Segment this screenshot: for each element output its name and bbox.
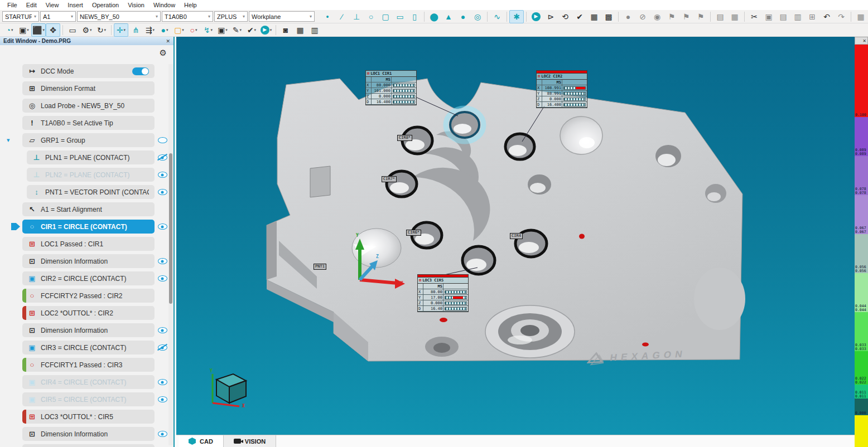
- pan-view-button[interactable]: ✥: [46, 23, 60, 37]
- analysis-view-button[interactable]: ↯▾: [201, 23, 215, 37]
- torus-feature-button[interactable]: ◎: [470, 10, 485, 23]
- command-pill-dimension-format[interactable]: ⊞Dimension Format: [22, 81, 155, 95]
- surface-mode-button[interactable]: ●▾: [157, 23, 172, 37]
- command-pill-pln2[interactable]: ⊥PLN2 = PLANE (CONTACT): [27, 168, 155, 182]
- sidebar-item-loc3[interactable]: ⊞LOC3 *OUTTOL* : CIR5: [22, 410, 173, 424]
- sidebar-item-cir4[interactable]: ▣CIR4 = CIRCLE (CONTACT): [22, 375, 173, 389]
- chevron-down-icon[interactable]: ▾: [310, 14, 312, 19]
- menu-window[interactable]: Window: [150, 1, 179, 9]
- visibility-ring-icon[interactable]: [158, 137, 167, 143]
- tab-vision[interactable]: VISION: [223, 435, 276, 447]
- chevron-down-icon[interactable]: ▾: [166, 28, 168, 32]
- measurement-label-loc2-cir2[interactable]: ⊞LOC2 CIR2MSX108.991Y88.991Z0.000D16.400: [536, 70, 587, 108]
- tab-cad[interactable]: CAD: [179, 435, 223, 447]
- eye-slash-icon[interactable]: [158, 344, 167, 351]
- chevron-down-icon[interactable]: ▾: [153, 28, 155, 32]
- menu-file[interactable]: File: [3, 1, 21, 9]
- command-pill-cir1[interactable]: ○CIR1 = CIRCLE (CONTACT): [22, 220, 155, 234]
- sidebar-item-a1-alignment[interactable]: ↖A1 = Start Alignment: [22, 202, 173, 216]
- chevron-down-icon[interactable]: ▾: [211, 28, 213, 32]
- sidebar-item-dim-info-3[interactable]: ⊡Dimension Information: [22, 427, 173, 441]
- sidebar-item-cir5[interactable]: ▣CIR5 = CIRCLE (CONTACT): [22, 392, 173, 406]
- plane-feature-button[interactable]: ⊥: [349, 10, 364, 23]
- tolerance-circle-button[interactable]: ○▾: [186, 23, 201, 37]
- eye-icon[interactable]: [158, 431, 167, 437]
- sphere-feature-button[interactable]: ●: [456, 10, 470, 23]
- command-pill-load-probe[interactable]: ◎Load Probe - NEW5_BY_50: [22, 99, 155, 113]
- sidebar-item-fcfcirty2[interactable]: ○FCFCIRTY2 Passed : CIR2: [22, 289, 173, 303]
- sidebar-item-dim-info-2[interactable]: ⊡Dimension Information: [22, 323, 173, 337]
- bookmark-button[interactable]: ⚑: [664, 10, 679, 23]
- command-pill-dcc-mode[interactable]: ↦DCC Mode: [22, 64, 155, 78]
- menu-view[interactable]: View: [42, 1, 63, 9]
- sidebar-scrollbar[interactable]: [168, 64, 173, 445]
- round-slot-feature-button[interactable]: ▢: [378, 10, 393, 23]
- chevron-down-icon[interactable]: ▾: [208, 14, 210, 19]
- cone-feature-button[interactable]: ▲: [441, 10, 456, 23]
- command-pill-dim-info-1[interactable]: ⊡Dimension Information: [22, 254, 155, 268]
- circle-feature-button[interactable]: ○: [364, 10, 378, 23]
- undo-button[interactable]: ↶: [819, 10, 834, 23]
- annotation-bubble-button[interactable]: ▭: [65, 23, 80, 37]
- eye-icon[interactable]: [158, 396, 167, 402]
- chevron-down-icon[interactable]: ▾: [243, 14, 245, 19]
- command-pill-loc3[interactable]: ⊞LOC3 *OUTTOL* : CIR5: [22, 410, 155, 424]
- close-icon[interactable]: ✕: [862, 38, 866, 43]
- sidebar-item-dcc-mode[interactable]: ↦DCC Mode: [22, 64, 173, 78]
- command-pill-pln1[interactable]: ⊥PLN1 = PLANE (CONTACT): [27, 150, 155, 164]
- line-feature-button[interactable]: ∕: [335, 10, 349, 23]
- unverify-document-button[interactable]: ▩: [601, 10, 616, 23]
- chevron-down-icon[interactable]: ▾: [34, 14, 36, 19]
- stop-button[interactable]: ●: [621, 10, 635, 23]
- command-pill-pnt1[interactable]: ↕PNT1 = VECTOR POINT (CONTAC: [27, 185, 155, 199]
- command-pill-loc2[interactable]: ⊞LOC2 *OUTTOL* : CIR2: [22, 306, 155, 320]
- pattern-paste-button[interactable]: ⊞: [805, 10, 819, 23]
- solid-view-button[interactable]: ⬛▾: [31, 23, 46, 37]
- square-slot-feature-button[interactable]: ▭: [393, 10, 407, 23]
- workplane-combo[interactable]: ZPLUS▾: [214, 11, 248, 22]
- command-pill-fcfcirty1[interactable]: ○FCFCIRTY1 Passed : CIR3: [22, 358, 155, 372]
- command-pill-cir2[interactable]: ▣CIR2 = CIRCLE (CONTACT): [22, 271, 155, 285]
- menu-help[interactable]: Help: [180, 1, 201, 9]
- chevron-down-icon[interactable]: ▾: [240, 28, 242, 32]
- sidebar-item-loc2[interactable]: ⊞LOC2 *OUTTOL* : CIR2: [22, 306, 173, 320]
- sidebar-item-grp1[interactable]: ▾▱GRP1 = Group: [22, 133, 173, 147]
- probe-hits-button[interactable]: ✛▾: [114, 23, 128, 37]
- feature-tag-cir8[interactable]: CIR8*: [397, 135, 412, 141]
- sidebar-item-pln1[interactable]: ⊥PLN1 = PLANE (CONTACT): [27, 150, 173, 164]
- chevron-down-icon[interactable]: ▾: [104, 28, 107, 32]
- measurement-label-loc1-cir1[interactable]: ⊞LOC1 CIR1MSX80.000Y101.000Z0.000D16.400: [365, 70, 417, 105]
- sidebar-item-cir1[interactable]: ○CIR1 = CIRCLE (CONTACT): [22, 220, 173, 234]
- notch-feature-button[interactable]: ▯: [407, 10, 422, 23]
- eye-icon[interactable]: [158, 275, 167, 281]
- command-pill-fcfcirty2[interactable]: ○FCFCIRTY2 Passed : CIR2: [22, 289, 155, 303]
- command-pill-a1-alignment[interactable]: ↖A1 = Start Alignment: [22, 202, 155, 216]
- view-orientation-button[interactable]: ◔▾: [2, 23, 17, 37]
- active-tip-combo[interactable]: T1A0B0▾: [162, 11, 213, 22]
- mark-all-button[interactable]: ✔: [572, 10, 587, 23]
- sidebar-item-cir6[interactable]: ▣CIR6 = CIRCLE (CONTACT): [22, 444, 173, 447]
- sidebar-item-fcfcirty1[interactable]: ○FCFCIRTY1 Passed : CIR3: [22, 358, 173, 372]
- cut-button[interactable]: ✂: [747, 10, 761, 23]
- mode-combo[interactable]: STARTUP▾: [2, 11, 39, 22]
- paste-special-button[interactable]: ▥: [790, 10, 805, 23]
- execute-program-button[interactable]: ▶: [529, 10, 543, 23]
- sidebar-item-pln2[interactable]: ⊥PLN2 = PLANE (CONTACT): [27, 168, 173, 182]
- close-icon[interactable]: ✕: [166, 38, 170, 44]
- curve-feature-button[interactable]: ∿: [490, 10, 504, 23]
- chevron-down-icon[interactable]: ▾: [156, 14, 158, 19]
- continue-button[interactable]: ◉: [650, 10, 664, 23]
- sidebar-item-cir2[interactable]: ▣CIR2 = CIRCLE (CONTACT): [22, 271, 173, 285]
- menu-vision[interactable]: Vision: [124, 1, 148, 9]
- eye-icon[interactable]: [158, 379, 167, 385]
- eye-icon[interactable]: [158, 327, 167, 333]
- chevron-down-icon[interactable]: ▾: [254, 28, 257, 32]
- command-pill-dim-info-2[interactable]: ⊡Dimension Information: [22, 323, 155, 337]
- chevron-down-icon[interactable]: ▾: [11, 28, 13, 32]
- sidebar-item-load-probe[interactable]: ◎Load Probe - NEW5_BY_50: [22, 99, 173, 113]
- bookmark-clear-button[interactable]: ⚑: [693, 10, 708, 23]
- dcc-mode-toggle[interactable]: [132, 67, 149, 75]
- sidebar-item-cir3[interactable]: ▣CIR3 = CIRCLE (CONTACT): [22, 341, 173, 354]
- auto-feature-button[interactable]: ✱: [509, 10, 524, 23]
- wireframe-view-button[interactable]: ▣▾: [17, 23, 31, 37]
